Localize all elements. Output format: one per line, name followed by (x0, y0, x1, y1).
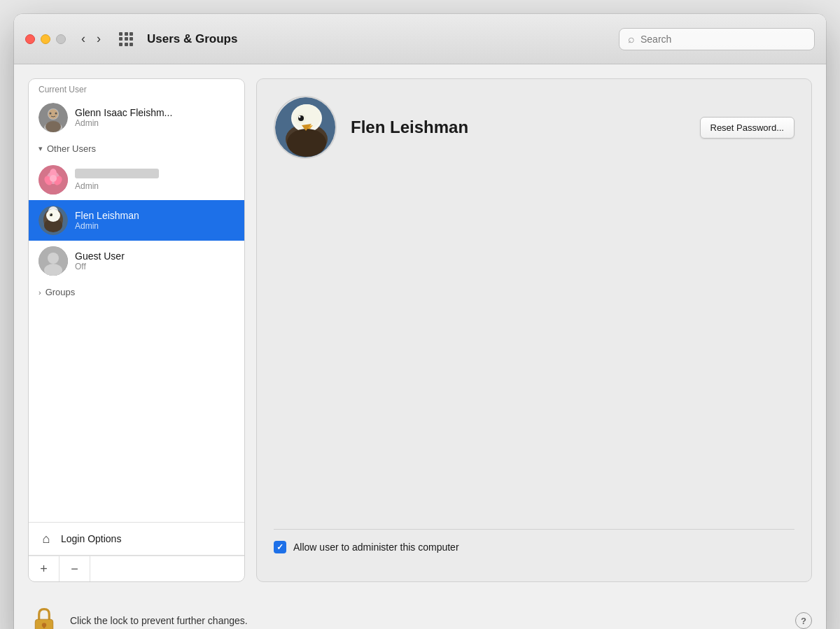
current-user-name: Glenn Isaac Fleishm... (75, 107, 234, 118)
current-user-section-header: Current User (29, 79, 244, 97)
flen-leishman-avatar (38, 206, 68, 235)
guest-user-avatar (38, 246, 68, 276)
blurred-user-avatar (38, 165, 68, 195)
current-user-role: Admin (75, 118, 234, 128)
search-icon: ⌕ (628, 33, 635, 45)
minimize-button[interactable] (41, 34, 50, 44)
flen-leishman-item[interactable]: Flen Leishman Admin (29, 200, 244, 241)
current-user-item[interactable]: Glenn Isaac Fleishm... Admin (29, 97, 244, 138)
add-remove-bar: + − (29, 556, 244, 581)
groups-label: Groups (46, 287, 76, 297)
flen-leishman-role: Admin (75, 221, 234, 231)
svg-point-38 (287, 129, 326, 157)
svg-point-5 (55, 113, 57, 115)
current-user-avatar (38, 103, 68, 132)
main-panel: Flen Leishman Reset Password... ✓ Allow … (256, 78, 812, 582)
content-area: Current User (14, 64, 826, 596)
maximize-button[interactable] (56, 34, 66, 44)
sidebar: Current User (28, 78, 245, 582)
other-users-section[interactable]: ▾ Other Users (29, 138, 244, 160)
checkmark-icon: ✓ (276, 542, 284, 552)
unlock-icon (31, 607, 57, 629)
lock-icon-container[interactable] (28, 605, 60, 629)
blurred-user-info: Admin (75, 169, 234, 191)
detail-user-name: Flen Leishman (351, 118, 686, 137)
admin-checkbox-row: ✓ Allow user to administer this computer (274, 529, 794, 565)
svg-point-28 (48, 253, 59, 264)
svg-rect-43 (43, 625, 46, 628)
svg-point-37 (299, 116, 301, 118)
login-options-label: Login Options (61, 533, 121, 544)
other-users-label: Other Users (47, 143, 96, 154)
window-title: Users & Groups (147, 32, 610, 46)
main-window: ‹ › Users & Groups ⌕ Current User (14, 14, 826, 629)
groups-chevron: › (38, 288, 41, 297)
bottom-bar: Click the lock to prevent further change… (14, 596, 826, 629)
forward-button[interactable]: › (92, 29, 105, 49)
guest-user-info: Guest User Off (75, 250, 234, 271)
flen-leishman-name: Flen Leishman (75, 210, 234, 221)
grid-icon[interactable] (119, 32, 133, 46)
blurred-user-item[interactable]: Admin (29, 160, 244, 200)
svg-point-6 (46, 121, 61, 132)
nav-buttons: ‹ › (77, 29, 105, 49)
add-user-button[interactable]: + (29, 556, 59, 581)
flen-leishman-info: Flen Leishman Admin (75, 210, 234, 231)
allow-admin-checkbox[interactable]: ✓ (274, 541, 286, 553)
guest-user-role: Off (75, 262, 234, 271)
blurred-user-role: Admin (75, 181, 234, 191)
guest-user-name: Guest User (75, 250, 234, 262)
sidebar-bottom: ⌂ Login Options + − (29, 522, 244, 581)
login-options-button[interactable]: ⌂ Login Options (29, 523, 244, 556)
current-user-avatar-img (38, 103, 68, 132)
allow-admin-label: Allow user to administer this computer (293, 542, 459, 553)
blurred-user-name (75, 169, 159, 178)
sidebar-scroll: Current User (29, 79, 244, 522)
groups-section[interactable]: › Groups (29, 281, 244, 303)
traffic-lights (25, 34, 66, 44)
detail-spacer (274, 173, 794, 529)
titlebar: ‹ › Users & Groups ⌕ (14, 14, 826, 64)
other-users-chevron: ▾ (38, 144, 43, 153)
guest-user-item[interactable]: Guest User Off (29, 241, 244, 281)
search-box[interactable]: ⌕ (619, 28, 815, 50)
detail-avatar (274, 96, 337, 159)
reset-password-button[interactable]: Reset Password... (700, 117, 795, 139)
svg-point-4 (50, 113, 52, 115)
close-button[interactable] (25, 34, 35, 44)
svg-point-12 (50, 175, 57, 182)
help-button[interactable]: ? (795, 612, 812, 629)
lock-message: Click the lock to prevent further change… (70, 615, 248, 626)
home-icon: ⌂ (38, 531, 54, 546)
current-user-info: Glenn Isaac Fleishm... Admin (75, 107, 234, 128)
svg-point-26 (50, 213, 50, 214)
user-detail-header: Flen Leishman Reset Password... (274, 96, 794, 159)
search-input[interactable] (640, 34, 806, 45)
remove-user-button[interactable]: − (59, 556, 90, 581)
back-button[interactable]: ‹ (77, 29, 90, 49)
